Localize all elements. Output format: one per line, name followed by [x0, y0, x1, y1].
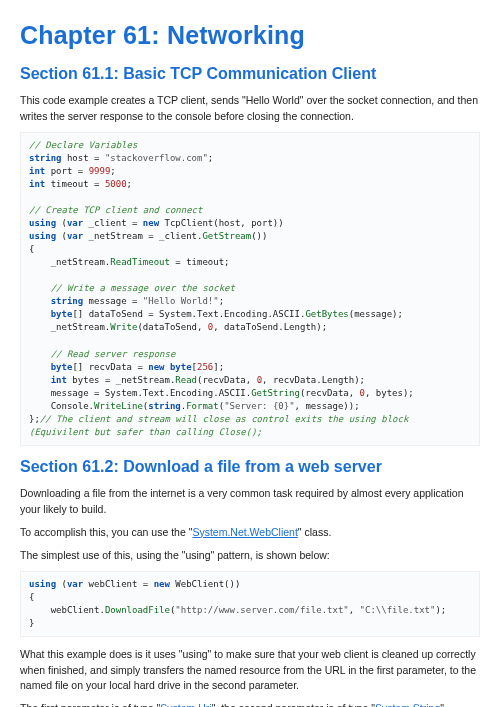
system-uri-link[interactable]: System.Uri: [160, 702, 211, 707]
system-string-link[interactable]: System.String: [375, 702, 440, 707]
code-block-2: using (var webClient = new WebClient()) …: [20, 571, 480, 637]
chapter-title: Chapter 61: Networking: [20, 18, 480, 53]
section2-p2: To accomplish this, you can use the "Sys…: [20, 525, 480, 540]
section2-title: Section 61.2: Download a file from a web…: [20, 456, 480, 478]
section2-p3: The simplest use of this, using the "usi…: [20, 548, 480, 563]
section2-p5: The first parameter is of type "System.U…: [20, 701, 480, 707]
section1-intro: This code example creates a TCP client, …: [20, 93, 480, 123]
section2-p1: Downloading a file from the internet is …: [20, 486, 480, 516]
section2-p4: What this example does is it uses "using…: [20, 647, 480, 693]
code-block-1: // Declare Variables string host = "stac…: [20, 132, 480, 446]
section1-title: Section 61.1: Basic TCP Communication Cl…: [20, 63, 480, 85]
webclient-link[interactable]: System.Net.WebClient: [192, 526, 297, 538]
